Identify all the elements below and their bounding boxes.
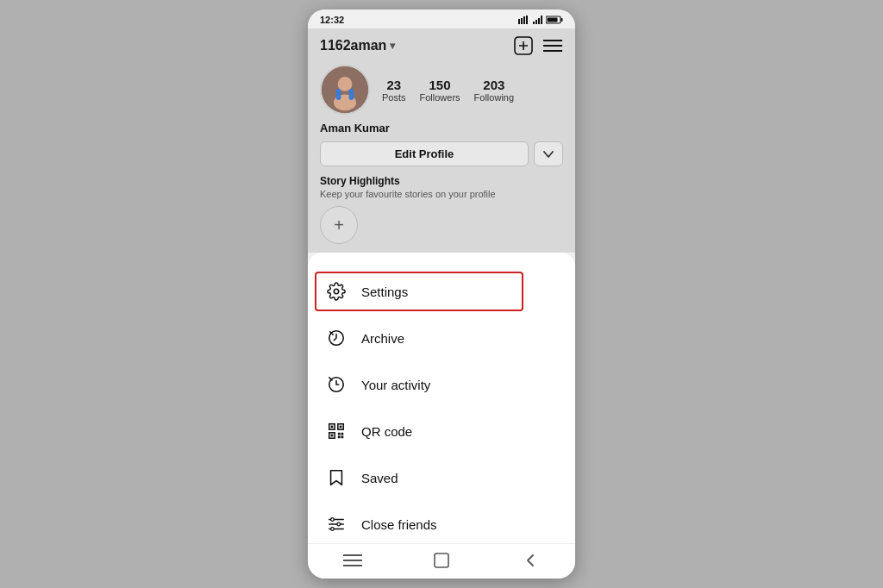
svg-rect-21 — [349, 89, 354, 100]
menu-item-saved[interactable]: Saved — [308, 454, 575, 501]
svg-rect-32 — [338, 433, 341, 435]
svg-rect-35 — [341, 436, 344, 439]
svg-rect-20 — [336, 89, 341, 100]
stats-row: 23 Posts 150 Followers 203 Following — [382, 78, 514, 103]
svg-rect-2 — [523, 16, 525, 24]
menu-item-settings[interactable]: Settings — [308, 268, 575, 315]
bottom-sheet: Settings Archive Your acti — [308, 253, 575, 543]
svg-rect-0 — [518, 19, 520, 24]
following-label: Following — [474, 92, 514, 103]
settings-icon — [325, 280, 348, 303]
svg-rect-3 — [526, 16, 528, 24]
svg-point-39 — [331, 518, 335, 522]
status-bar: 12:32 — [308, 9, 575, 28]
story-highlights-title: Story Highlights — [320, 175, 563, 187]
add-post-icon[interactable] — [513, 35, 534, 56]
saved-label: Saved — [361, 471, 398, 485]
add-story-button[interactable]: + — [320, 206, 358, 244]
archive-label: Archive — [361, 331, 404, 346]
menu-item-your-activity[interactable]: Your activity — [308, 361, 575, 408]
qr-code-label: QR code — [361, 424, 412, 439]
menu-item-qr-code[interactable]: QR code — [308, 408, 575, 454]
profile-header: 1162aman ▾ — [320, 35, 563, 56]
edit-profile-button[interactable]: Edit Profile — [320, 141, 529, 166]
nav-back-icon[interactable] — [521, 551, 540, 570]
profile-dropdown-button[interactable] — [534, 141, 563, 166]
status-time: 12:32 — [320, 15, 344, 25]
svg-point-18 — [338, 77, 353, 91]
menu-item-close-friends[interactable]: Close friends — [308, 501, 575, 543]
chevron-down-icon[interactable]: ▾ — [390, 40, 395, 52]
close-friends-icon — [325, 513, 348, 535]
avatar — [320, 65, 370, 115]
followers-stat[interactable]: 150 Followers — [420, 78, 460, 103]
svg-rect-6 — [538, 18, 540, 24]
archive-icon — [325, 327, 348, 349]
svg-rect-5 — [535, 20, 537, 24]
followers-label: Followers — [420, 92, 460, 103]
settings-label: Settings — [361, 285, 408, 299]
story-highlights-subtitle: Keep your favourite stories on your prof… — [320, 189, 563, 199]
story-highlights: Story Highlights Keep your favourite sto… — [320, 175, 563, 244]
svg-rect-27 — [331, 426, 334, 428]
edit-profile-row: Edit Profile — [320, 141, 563, 166]
svg-rect-10 — [548, 18, 558, 22]
svg-rect-55 — [435, 554, 448, 567]
svg-point-22 — [334, 289, 339, 294]
hamburger-menu-icon[interactable] — [542, 35, 563, 56]
wifi-icon — [518, 16, 530, 24]
close-friends-label: Close friends — [361, 517, 437, 532]
bottom-navigation — [308, 543, 575, 579]
your-activity-label: Your activity — [361, 378, 430, 392]
svg-point-41 — [331, 528, 335, 531]
header-icons — [513, 35, 563, 56]
qr-icon — [325, 420, 348, 442]
svg-rect-4 — [533, 22, 535, 24]
profile-info-row: 23 Posts 150 Followers 203 Following — [320, 65, 563, 115]
signal-icon — [533, 16, 543, 24]
nav-menu-icon[interactable] — [343, 551, 362, 570]
svg-rect-34 — [338, 436, 341, 439]
svg-rect-31 — [331, 435, 334, 437]
svg-rect-7 — [541, 16, 542, 24]
status-icons — [518, 16, 563, 24]
posts-label: Posts — [382, 92, 406, 103]
nav-home-icon[interactable] — [432, 551, 451, 570]
battery-icon — [546, 16, 563, 24]
username-row: 1162aman ▾ — [320, 38, 395, 53]
profile-area: 1162aman ▾ — [308, 28, 575, 253]
display-name: Aman Kumar — [320, 122, 563, 134]
avatar-image — [322, 65, 368, 115]
activity-icon — [325, 373, 348, 396]
svg-rect-9 — [561, 18, 563, 22]
followers-count: 150 — [429, 78, 451, 92]
svg-rect-29 — [340, 426, 342, 428]
svg-rect-1 — [521, 18, 523, 24]
posts-count: 23 — [386, 78, 401, 92]
svg-point-40 — [337, 522, 341, 526]
following-count: 203 — [483, 78, 504, 92]
username-text: 1162aman — [320, 38, 386, 53]
phone-frame: 12:32 1162aman — [308, 9, 575, 579]
saved-icon — [325, 466, 348, 489]
posts-stat[interactable]: 23 Posts — [382, 78, 406, 103]
menu-item-archive[interactable]: Archive — [308, 315, 575, 361]
svg-rect-33 — [341, 433, 344, 435]
following-stat[interactable]: 203 Following — [474, 78, 514, 103]
